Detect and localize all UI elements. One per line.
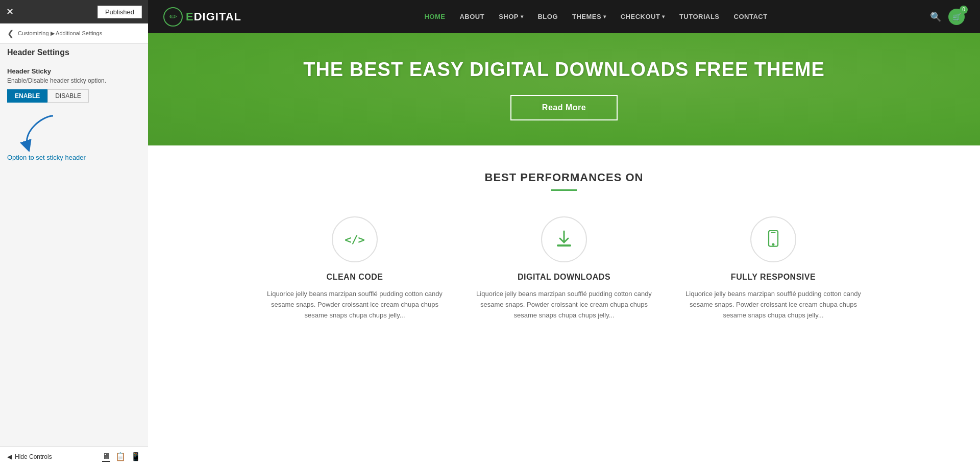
features-title: BEST PERFORMANCES ON [168,171,960,184]
panel-body: Header Sticky Enable/Disable header stic… [0,59,148,446]
cart-badge: 0 [960,6,968,14]
features-divider [551,189,577,191]
feature-card-clean-code: </> CLEAN CODE Liquorice jelly beans mar… [258,211,452,326]
hide-controls-button[interactable]: ◀ Hide Controls [7,453,52,460]
features-section: BEST PERFORMANCES ON </> CLEAN CODE Liqu… [148,145,980,341]
clean-code-icon-circle: </> [332,216,378,262]
hide-controls-arrow-icon: ◀ [7,453,12,460]
download-icon [555,230,573,249]
nav-shop[interactable]: SHOP ▾ [493,9,529,24]
navbar: ✏ EDIGITAL HOME ABOUT SHOP ▾ BLOG THEMES… [148,0,980,33]
search-icon[interactable]: 🔍 [930,11,941,22]
back-header[interactable]: ❮ Customizing ▶ Additional Settings [0,23,148,44]
hide-controls-label: Hide Controls [15,453,52,460]
feature-card-digital-downloads: DIGITAL DOWNLOADS Liquorice jelly beans … [467,211,661,326]
logo-e: E [186,10,194,23]
nav-blog[interactable]: BLOG [531,9,564,24]
clean-code-desc: Liquorice jelly beans marzipan soufflé p… [263,289,447,321]
disable-button[interactable]: DISABLE [47,89,89,103]
nav-tutorials[interactable]: TUTORIALS [673,9,726,24]
svg-point-2 [773,244,774,245]
sticky-section-desc: Enable/Disable header sticky option. [7,77,141,84]
nav-about[interactable]: ABOUT [453,9,491,24]
nav-checkout[interactable]: CHECKOUT ▾ [615,9,671,24]
breadcrumb: Customizing ▶ Additional Settings [18,30,102,37]
logo-area: ✏ EDIGITAL [163,7,241,27]
nav-home[interactable]: HOME [418,9,451,24]
cart-container: 🛒 0 [948,9,965,25]
customizer-top-bar: ✕ Published [0,0,148,23]
published-button[interactable]: Published [97,6,142,18]
clean-code-title: CLEAN CODE [263,273,447,282]
themes-chevron-icon: ▾ [603,14,606,19]
code-icon: </> [345,233,365,246]
sticky-toggle-group: ENABLE DISABLE [7,89,141,103]
enable-button[interactable]: ENABLE [7,89,47,103]
mobile-icon[interactable]: 📱 [131,452,141,462]
bottom-bar: ◀ Hide Controls 🖥 📋 📱 [0,446,148,467]
panel-title: Header Settings [0,44,148,59]
tablet-icon[interactable]: 📋 [115,452,126,462]
nav-links: HOME ABOUT SHOP ▾ BLOG THEMES ▾ CHECKOUT… [262,9,930,24]
shop-chevron-icon: ▾ [521,14,524,19]
checkout-chevron-icon: ▾ [662,14,665,19]
svg-rect-0 [557,244,571,247]
customizer-panel: ✕ Published ❮ Customizing ▶ Additional S… [0,0,148,467]
device-icons-group: 🖥 📋 📱 [102,452,141,462]
main-preview: ✏ EDIGITAL HOME ABOUT SHOP ▾ BLOG THEMES… [148,0,980,467]
digital-downloads-title: DIGITAL DOWNLOADS [472,273,656,282]
digital-downloads-icon-circle [541,216,587,262]
close-button[interactable]: ✕ [6,6,14,17]
fully-responsive-desc: Liquorice jelly beans marzipan soufflé p… [681,289,865,321]
mobile-responsive-icon [765,230,781,249]
logo-text: EDIGITAL [186,10,241,23]
hero-read-more-button[interactable]: Read More [510,95,618,120]
logo-icon: ✏ [163,7,183,27]
nav-right: 🔍 🛒 0 [930,9,965,25]
hero-title: THE BEST EASY DIGITAL DOWNLOADS FREE THE… [303,59,825,81]
fully-responsive-icon-circle [750,216,796,262]
annotation-area: Option to set sticky header [7,111,141,161]
nav-contact[interactable]: CONTACT [728,9,774,24]
fully-responsive-title: FULLY RESPONSIVE [681,273,865,282]
features-grid: </> CLEAN CODE Liquorice jelly beans mar… [258,211,870,326]
sticky-section-title: Header Sticky [7,67,141,75]
annotation-arrow-icon [17,111,58,152]
annotation-label: Option to set sticky header [7,154,86,161]
pencil-icon: ✏ [169,11,177,22]
desktop-icon[interactable]: 🖥 [102,452,110,462]
back-arrow-icon: ❮ [7,29,14,38]
nav-themes[interactable]: THEMES ▾ [566,9,612,24]
digital-downloads-desc: Liquorice jelly beans marzipan soufflé p… [472,289,656,321]
feature-card-fully-responsive: FULLY RESPONSIVE Liquorice jelly beans m… [676,211,870,326]
hero-banner: THE BEST EASY DIGITAL DOWNLOADS FREE THE… [148,33,980,145]
